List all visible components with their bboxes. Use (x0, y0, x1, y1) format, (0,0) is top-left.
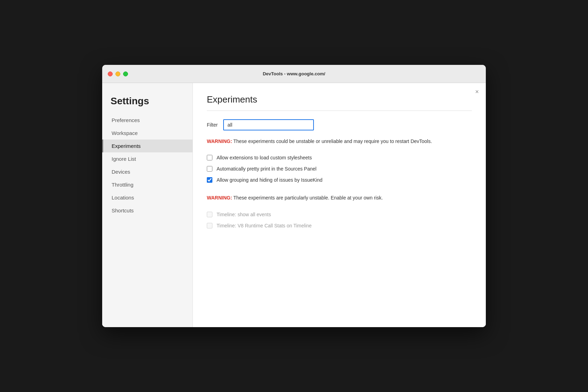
checkbox-label-issue-kind[interactable]: Allow grouping and hiding of issues by I… (217, 177, 323, 183)
window-body: Settings Preferences Workspace Experimen… (102, 83, 486, 327)
close-traffic-light[interactable] (108, 71, 113, 76)
checkbox-timeline-events[interactable] (207, 212, 212, 217)
sidebar-item-devices[interactable]: Devices (102, 165, 193, 178)
titlebar: DevTools - www.google.com/ (102, 65, 486, 83)
filter-label: Filter (207, 122, 218, 128)
devtools-window: DevTools - www.google.com/ Settings Pref… (102, 65, 486, 327)
checkbox-item-2: Automatically pretty print in the Source… (207, 163, 472, 174)
sidebar-heading: Settings (102, 90, 193, 114)
checkbox-label-timeline-events[interactable]: Timeline: show all events (217, 212, 271, 217)
maximize-traffic-light[interactable] (123, 71, 128, 76)
warning-text-1: WARNING: These experiments could be unst… (207, 138, 432, 144)
checkbox-label-pretty-print[interactable]: Automatically pretty print in the Source… (217, 166, 316, 172)
sidebar-item-shortcuts[interactable]: Shortcuts (102, 204, 193, 217)
minimize-traffic-light[interactable] (115, 71, 120, 76)
filter-input[interactable] (223, 119, 314, 130)
warning-label-1: WARNING: (207, 138, 232, 144)
sidebar-item-experiments[interactable]: Experiments (102, 140, 193, 152)
checkbox-stylesheets[interactable] (207, 155, 212, 160)
warning-message-2: These experiments are particularly unsta… (232, 195, 383, 201)
warning-block-1: WARNING: These experiments could be unst… (207, 137, 472, 145)
filter-row: Filter (207, 119, 472, 130)
checkbox-item-3: Allow grouping and hiding of issues by I… (207, 174, 472, 186)
warning-block-2: WARNING: These experiments are particula… (207, 194, 472, 202)
checkbox-item-4: Timeline: show all events (207, 209, 472, 220)
sidebar: Settings Preferences Workspace Experimen… (102, 83, 193, 327)
sidebar-item-workspace[interactable]: Workspace (102, 127, 193, 140)
checkbox-item-5: Timeline: V8 Runtime Call Stats on Timel… (207, 220, 472, 231)
titlebar-title: DevTools - www.google.com/ (263, 71, 325, 76)
main-content: × Experiments Filter WARNING: These expe… (193, 83, 486, 327)
sidebar-item-ignore-list[interactable]: Ignore List (102, 152, 193, 165)
warning-label-2: WARNING: (207, 195, 232, 201)
sidebar-item-locations[interactable]: Locations (102, 191, 193, 204)
checkbox-issue-kind[interactable] (207, 177, 212, 183)
checkbox-pretty-print[interactable] (207, 166, 212, 172)
checkbox-label-v8-runtime[interactable]: Timeline: V8 Runtime Call Stats on Timel… (217, 223, 312, 228)
warning-text-2: WARNING: These experiments are particula… (207, 195, 383, 201)
warning-message-1: These experiments could be unstable or u… (232, 138, 432, 144)
page-title: Experiments (207, 94, 472, 105)
checkbox-item-1: Allow extensions to load custom styleshe… (207, 152, 472, 163)
checkbox-v8-runtime[interactable] (207, 223, 212, 228)
close-button[interactable]: × (475, 89, 479, 95)
traffic-lights (108, 71, 128, 76)
checkbox-label-stylesheets[interactable]: Allow extensions to load custom styleshe… (217, 155, 312, 160)
section-divider (207, 111, 472, 111)
sidebar-item-preferences[interactable]: Preferences (102, 114, 193, 127)
sidebar-item-throttling[interactable]: Throttling (102, 178, 193, 191)
